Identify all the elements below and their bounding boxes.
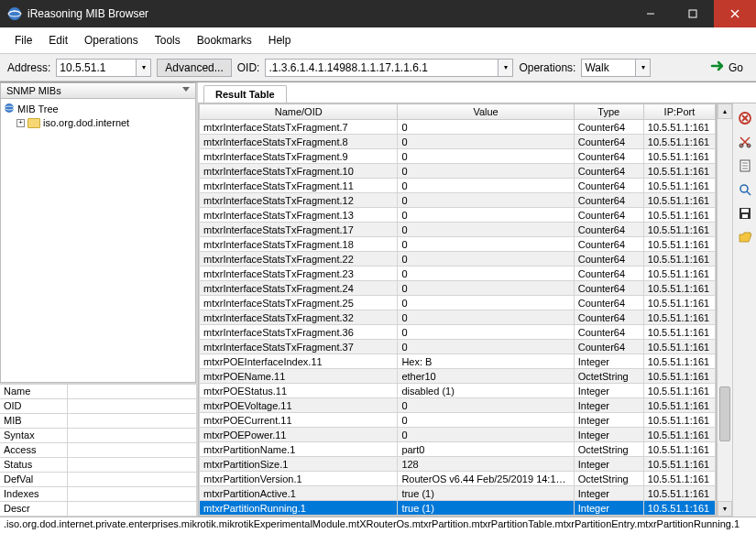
table-cell: 10.5.51.1:161	[643, 135, 715, 149]
table-row[interactable]: mtxrPOEVoltage.110Integer10.5.51.1:161	[200, 398, 716, 413]
cut-icon[interactable]	[738, 135, 752, 149]
delete-icon[interactable]	[738, 111, 752, 125]
expand-icon[interactable]: +	[16, 119, 25, 127]
address-input[interactable]	[56, 59, 137, 77]
tab-result[interactable]: Result Table	[203, 85, 287, 103]
table-cell: 0	[398, 281, 574, 296]
advanced-button[interactable]: Advanced...	[157, 59, 231, 77]
scroll-thumb[interactable]	[719, 386, 730, 441]
table-cell: Counter64	[574, 237, 643, 252]
scroll-down-icon[interactable]: ▾	[718, 501, 732, 517]
detail-oid-label: OID	[0, 399, 68, 413]
svg-line-20	[747, 191, 751, 195]
menu-help[interactable]: Help	[261, 31, 299, 49]
vertical-scrollbar[interactable]: ▴ ▾	[717, 103, 732, 517]
table-cell: 10.5.51.1:161	[643, 296, 715, 310]
table-row[interactable]: mtxrPartitionRunning.1true (1)Integer10.…	[200, 501, 716, 516]
table-row[interactable]: mtxrPartitionName.1part0OctetString10.5.…	[200, 442, 716, 457]
go-button[interactable]: Go	[705, 58, 749, 77]
table-row[interactable]: mtxrPartitionActive.1true (1)Integer10.5…	[200, 486, 716, 501]
table-row[interactable]: mtxrInterfaceStatsTxFragment.220Counter6…	[200, 252, 716, 266]
tree-root[interactable]: MIB Tree	[4, 102, 192, 116]
table-row[interactable]: mtxrInterfaceStatsTxFragment.90Counter64…	[200, 149, 716, 164]
table-row[interactable]: mtxrPOEStatus.11disabled (1)Integer10.5.…	[200, 384, 716, 398]
operations-select[interactable]	[581, 59, 636, 77]
oid-input[interactable]	[265, 59, 499, 77]
menu-bookmarks[interactable]: Bookmarks	[190, 31, 259, 49]
table-cell: 10.5.51.1:161	[643, 369, 715, 384]
mib-tree[interactable]: MIB Tree + iso.org.dod.internet	[0, 99, 196, 383]
table-row[interactable]: mtxrInterfaceStatsTxFragment.110Counter6…	[200, 179, 716, 193]
close-button[interactable]	[714, 0, 756, 27]
table-row[interactable]: mtxrInterfaceStatsTxFragment.70Counter64…	[200, 120, 716, 135]
window-title: iReasoning MIB Browser	[27, 7, 630, 20]
table-cell: 0	[398, 413, 574, 428]
table-cell: 10.5.51.1:161	[643, 149, 715, 164]
table-row[interactable]: mtxrInterfaceStatsTxFragment.170Counter6…	[200, 223, 716, 237]
col-value[interactable]: Value	[398, 104, 574, 120]
col-name[interactable]: Name/OID	[200, 104, 398, 120]
col-type[interactable]: Type	[574, 104, 643, 120]
tree-item[interactable]: + iso.org.dod.internet	[4, 116, 192, 129]
table-cell: Counter64	[574, 266, 643, 281]
table-row[interactable]: mtxrInterfaceStatsTxFragment.250Counter6…	[200, 296, 716, 310]
table-row[interactable]: mtxrInterfaceStatsTxFragment.120Counter6…	[200, 193, 716, 208]
detail-oid-value	[68, 399, 196, 413]
minimize-button[interactable]	[630, 0, 672, 27]
save-icon[interactable]	[738, 206, 752, 221]
table-row[interactable]: mtxrInterfaceStatsTxFragment.80Counter64…	[200, 135, 716, 149]
table-cell: 0	[398, 193, 574, 208]
menu-tools[interactable]: Tools	[148, 31, 188, 49]
menu-edit[interactable]: Edit	[41, 31, 75, 49]
table-cell: Counter64	[574, 252, 643, 266]
oid-dropdown-icon[interactable]: ▾	[499, 59, 513, 77]
table-row[interactable]: mtxrPartitionSize.1128Integer10.5.51.1:1…	[200, 457, 716, 472]
table-row[interactable]: mtxrInterfaceStatsTxFragment.230Counter6…	[200, 266, 716, 281]
scroll-up-icon[interactable]: ▴	[718, 103, 732, 119]
table-cell: 10.5.51.1:161	[643, 193, 715, 208]
operations-dropdown-icon[interactable]: ▾	[636, 59, 651, 77]
maximize-button[interactable]	[672, 0, 714, 27]
address-dropdown-icon[interactable]: ▾	[137, 59, 151, 77]
table-row[interactable]: mtxrPOEInterfaceIndex.11Hex: BInteger10.…	[200, 354, 716, 369]
table-row[interactable]: mtxrInterfaceStatsTxFragment.320Counter6…	[200, 310, 716, 325]
table-cell: 10.5.51.1:161	[643, 179, 715, 193]
table-cell: 0	[398, 325, 574, 340]
table-row[interactable]: mtxrPOEName.11ether10OctetString10.5.51.…	[200, 369, 716, 384]
svg-point-19	[740, 185, 748, 192]
table-row[interactable]: mtxrPOEPower.110Integer10.5.51.1:161	[200, 428, 716, 442]
table-row[interactable]: mtxrInterfaceStatsTxFragment.240Counter6…	[200, 281, 716, 296]
detail-access-label: Access	[0, 443, 68, 457]
table-cell: 0	[398, 208, 574, 223]
table-cell: 10.5.51.1:161	[643, 281, 715, 296]
table-cell: disabled (1)	[398, 384, 574, 398]
table-cell: mtxrInterfaceStatsTxFragment.36	[200, 325, 398, 340]
table-row[interactable]: mtxrPOECurrent.110Integer10.5.51.1:161	[200, 413, 716, 428]
table-cell: Counter64	[574, 340, 643, 354]
table-cell: true (1)	[398, 501, 574, 516]
folder-icon	[27, 118, 40, 128]
action-sidebar	[732, 103, 756, 517]
table-cell: mtxrInterfaceStatsTxFragment.17	[200, 223, 398, 237]
table-cell: Counter64	[574, 208, 643, 223]
search-icon[interactable]	[738, 182, 752, 197]
open-folder-icon[interactable]	[738, 230, 752, 245]
table-row[interactable]: mtxrInterfaceStatsTxFragment.130Counter6…	[200, 208, 716, 223]
col-ipport[interactable]: IP:Port	[643, 104, 715, 120]
menu-file[interactable]: File	[7, 31, 39, 49]
table-cell: mtxrPOEStatus.11	[200, 384, 398, 398]
table-row[interactable]: mtxrInterfaceStatsTxFragment.360Counter6…	[200, 325, 716, 340]
table-cell: 0	[398, 310, 574, 325]
titlebar[interactable]: iReasoning MIB Browser	[0, 0, 756, 27]
menu-operations[interactable]: Operations	[77, 31, 146, 49]
table-row[interactable]: mtxrInterfaceStatsTxFragment.100Counter6…	[200, 164, 716, 179]
result-grid[interactable]: Name/OID Value Type IP:Port mtxrInterfac…	[198, 103, 717, 517]
document-icon[interactable]	[738, 158, 752, 173]
table-cell: 0	[398, 296, 574, 310]
mibs-header[interactable]: SNMP MIBs	[0, 82, 196, 99]
table-row[interactable]: mtxrPartitionVersion.1RouterOS v6.44 Feb…	[200, 472, 716, 486]
table-cell: 10.5.51.1:161	[643, 237, 715, 252]
table-cell: Integer	[574, 398, 643, 413]
table-row[interactable]: mtxrInterfaceStatsTxFragment.180Counter6…	[200, 237, 716, 252]
table-row[interactable]: mtxrInterfaceStatsTxFragment.370Counter6…	[200, 340, 716, 354]
